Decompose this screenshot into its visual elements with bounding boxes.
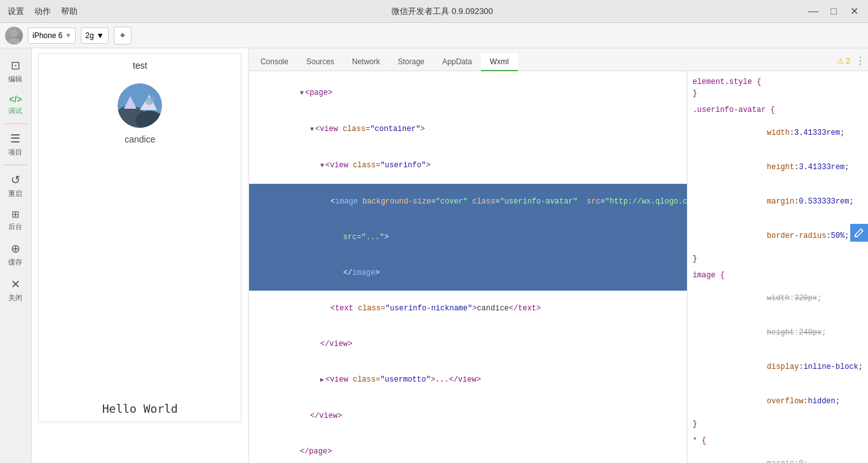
sidebar-label-project: 项目 — [8, 148, 22, 157]
preview-page-title: test — [133, 60, 147, 71]
xml-triangle-2[interactable] — [310, 126, 314, 133]
phone-preview: test candice Hello World — [38, 53, 241, 422]
sidebar-item-restart[interactable]: ↺ 重启 — [0, 168, 31, 204]
css-prop-border-radius: border-radius:50%; — [693, 219, 863, 253]
css-prop-overflow: overflow:hidden; — [693, 384, 863, 418]
main-area: ⊡ 编辑 </> 调试 ☰ 项目 ↺ 重启 ⊞ 后台 ⊕ 缓存 ✕ 关闭 — [0, 48, 868, 463]
css-section-userinfo-avatar: .userinfo-avatar { width:3.41333rem; hei… — [693, 104, 863, 265]
tab-storage[interactable]: Storage — [389, 53, 433, 71]
xml-line-4: <image background-size="cover" class="us… — [249, 184, 687, 219]
sidebar-item-edit[interactable]: ⊡ 编辑 — [0, 53, 31, 89]
tab-wxml[interactable]: Wxml — [481, 53, 518, 71]
close-icon: ✕ — [11, 277, 20, 291]
devtools-tab-right: ⚠ 2 ⋮ — [837, 55, 865, 71]
debug-icon: </> — [9, 94, 22, 104]
sidebar-item-cache[interactable]: ⊕ 缓存 — [0, 237, 31, 272]
preview-panel: test candice Hello World — [32, 48, 249, 463]
css-section-star: * { margin:0; } — [693, 435, 863, 463]
xml-triangle-9[interactable] — [320, 377, 324, 384]
xml-tree-panel: <page> <view class="container"> <view cl… — [249, 71, 688, 463]
sidebar-label-restart: 重启 — [8, 189, 22, 198]
inspector-button[interactable]: ⌖ — [114, 27, 132, 45]
device-selector[interactable]: iPhone 6 ▼ — [28, 27, 76, 44]
css-section-image: image { width:320px; height:240px; displ… — [693, 270, 863, 430]
menu-settings[interactable]: 设置 — [8, 6, 24, 17]
xml-line-3: <view class="userinfo"> — [249, 148, 687, 184]
css-selector-userinfo-avatar: .userinfo-avatar { — [693, 104, 863, 116]
window-controls: — □ ✕ — [807, 5, 860, 17]
more-options-button[interactable]: ⋮ — [855, 55, 865, 67]
xml-line-6: </image> — [249, 255, 687, 291]
xml-line-8: </view> — [249, 326, 687, 362]
sidebar-label-backend: 后台 — [8, 222, 22, 232]
warning-badge: ⚠ 2 — [837, 57, 850, 66]
preview-avatar — [118, 83, 162, 128]
app-title: 微信开发者工具 0.9.092300 — [391, 6, 493, 17]
sidebar-divider-2 — [3, 165, 28, 165]
network-dropdown-arrow: ▼ — [97, 31, 104, 40]
css-prop-margin: margin:0.533333rem; — [693, 184, 863, 219]
menu-help[interactable]: 帮助 — [61, 6, 78, 17]
sidebar-item-project[interactable]: ☰ 项目 — [0, 127, 31, 162]
css-brace-close-3: } — [693, 418, 863, 430]
sidebar-item-backend[interactable]: ⊞ 后台 — [0, 204, 31, 237]
warning-icon: ⚠ — [837, 57, 844, 66]
svg-point-1 — [8, 38, 20, 45]
css-brace-close-1: } — [693, 88, 863, 99]
css-prop-height-strike: height:240px; — [693, 315, 863, 350]
css-edit-icon-button[interactable] — [850, 224, 868, 242]
sidebar-item-debug[interactable]: </> 调试 — [0, 89, 31, 121]
device-dropdown-arrow: ▼ — [65, 32, 71, 39]
devtools-tab-bar: Console Sources Network Storage AppData … — [249, 48, 868, 71]
edit-pencil-icon — [854, 228, 864, 238]
xml-line-1: <page> — [249, 75, 687, 111]
css-selector-element-style: element.style { — [693, 76, 863, 88]
css-prop-width-strike: width:320px; — [693, 281, 863, 315]
xml-line-7: <text class="userinfo-nickname">candice<… — [249, 291, 687, 326]
xml-triangle-3[interactable] — [320, 162, 324, 169]
preview-username: candice — [125, 134, 155, 144]
devtools-content: <page> <view class="container"> <view cl… — [249, 71, 868, 463]
xml-line-9: <view class="usermotto">...</view> — [249, 362, 687, 398]
css-selector-image: image { — [693, 270, 863, 281]
user-avatar — [5, 27, 23, 45]
inspector-icon: ⌖ — [120, 30, 125, 41]
devtools-panel: Console Sources Network Storage AppData … — [249, 48, 868, 463]
xml-line-11: </page> — [249, 434, 687, 463]
project-icon: ☰ — [10, 132, 20, 146]
svg-point-8 — [150, 97, 155, 102]
xml-line-5: src="..."> — [249, 219, 687, 255]
device-name: iPhone 6 — [32, 31, 62, 40]
css-selector-star: * { — [693, 435, 863, 446]
tab-console[interactable]: Console — [252, 53, 297, 71]
sidebar-divider-1 — [3, 123, 28, 124]
css-prop-display: display:inline-block; — [693, 350, 863, 384]
css-section-element-style: element.style { } — [693, 76, 863, 99]
close-button[interactable]: ✕ — [848, 5, 860, 17]
sidebar-label-debug: 调试 — [8, 106, 22, 116]
preview-hello-text: Hello World — [102, 275, 178, 415]
sidebar-label-cache: 缓存 — [8, 258, 22, 267]
tab-appdata[interactable]: AppData — [433, 53, 481, 71]
minimize-button[interactable]: — — [807, 6, 820, 17]
maximize-button[interactable]: □ — [827, 6, 840, 17]
title-bar-menu: 设置 动作 帮助 — [8, 6, 78, 17]
warning-count: 2 — [846, 57, 850, 66]
sidebar: ⊡ 编辑 </> 调试 ☰ 项目 ↺ 重启 ⊞ 后台 ⊕ 缓存 ✕ 关闭 — [0, 48, 32, 463]
restart-icon: ↺ — [11, 173, 20, 187]
svg-point-0 — [10, 29, 18, 37]
xml-line-10: </view> — [249, 398, 687, 434]
css-prop-margin-strike: margin:0; — [693, 446, 863, 463]
sidebar-label-edit: 编辑 — [8, 74, 22, 84]
network-selector[interactable]: 2g ▼ — [81, 27, 108, 44]
tab-sources[interactable]: Sources — [297, 53, 343, 71]
edit-icon: ⊡ — [11, 59, 20, 73]
toolbar-left: iPhone 6 ▼ 2g ▼ ⌖ — [5, 27, 132, 45]
xml-triangle-1[interactable] — [300, 90, 304, 97]
css-prop-height: height:3.41333rem; — [693, 150, 863, 184]
sidebar-item-close[interactable]: ✕ 关闭 — [0, 272, 31, 308]
css-brace-close-2: } — [693, 253, 863, 265]
tab-network[interactable]: Network — [343, 53, 389, 71]
backend-icon: ⊞ — [11, 209, 20, 220]
menu-action[interactable]: 动作 — [34, 6, 51, 17]
